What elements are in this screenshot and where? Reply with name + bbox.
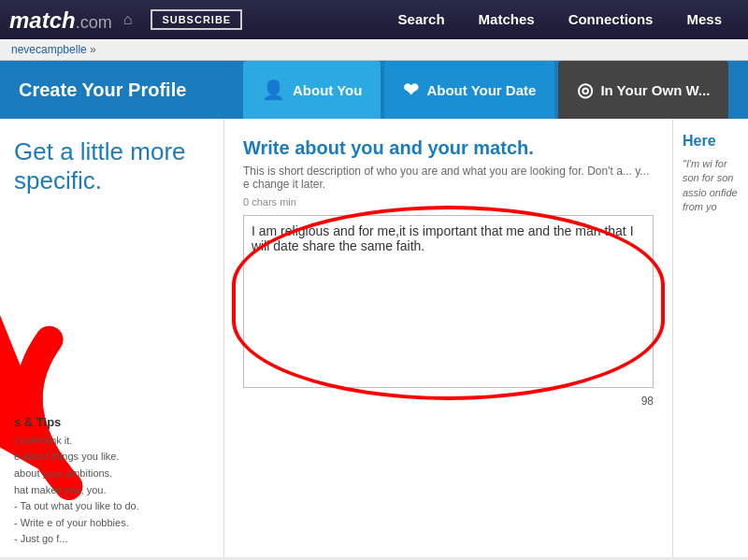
tab-about-date-label: About Your Date [426,82,536,98]
nav-connections[interactable]: Connections [552,0,670,39]
breadcrumb-user[interactable]: nevecampbelle [11,43,87,56]
tab-in-your-own[interactable]: ◎ In Your Own W... [558,61,728,119]
tagline: Get a little more specific. [14,137,209,195]
nav-search[interactable]: Search [381,0,462,39]
tips-title: s & Tips [14,415,209,429]
breadcrumb: nevecampbelle » [0,39,748,61]
person-icon: 👤 [262,79,285,101]
write-title: Write about you and your match. [243,137,654,159]
logo-area: match.com ⌂ SUBSCRIBE [9,6,242,35]
circle-icon: ◎ [577,79,593,101]
right-content: Write about you and your match. This is … [224,119,748,557]
nav-messages[interactable]: Mess [669,0,739,39]
home-icon[interactable]: ⌂ [123,11,133,28]
tab-in-your-own-label: In Your Own W... [600,82,710,98]
tip-item: e about things you like. [14,449,209,466]
profile-header: Create Your Profile 👤 About You ❤ About … [0,61,748,119]
heart-icon: ❤ [403,79,419,101]
breadcrumb-separator: » [87,43,96,56]
nav-matches[interactable]: Matches [462,0,552,39]
tab-about-you[interactable]: 👤 About You [243,61,381,119]
subscribe-button[interactable]: SUBSCRIBE [151,9,242,30]
top-nav-bar: match.com ⌂ SUBSCRIBE Search Matches Con… [0,0,748,39]
tab-about-date[interactable]: ❤ About Your Date [384,61,554,119]
tip-item: t overthink it. [14,433,209,450]
here-label: Here [683,133,739,150]
tip-item: - Ta out what you like to do. [14,498,209,515]
textarea-container [243,215,654,391]
tip-item: - Write e of your hobbies. [14,515,209,532]
center-panel: Write about you and your match. This is … [224,119,673,557]
tips-list: t overthink it. e about things you like.… [14,433,209,548]
site-logo[interactable]: match.com [9,6,112,35]
write-description: This is short description of who you are… [243,165,654,191]
tip-item: hat makes you, you. [14,482,209,499]
tip-item: - Just go f... [14,531,209,548]
profile-title: Create Your Profile [19,61,224,119]
chars-min-label: 0 chars min [243,196,654,208]
far-right-panel: Here "I'm wi for son for son assio onfid… [673,119,748,557]
main-content: Get a little more specific. s & Tips t o… [0,119,748,557]
nav-links: Search Matches Connections Mess [381,0,739,39]
sample-quote: "I'm wi for son for son assio onfide fro… [683,157,739,215]
tip-item: about your ambitions. [14,466,209,482]
left-panel: Get a little more specific. s & Tips t o… [0,119,224,557]
tips-section: s & Tips t overthink it. e about things … [14,415,209,548]
tab-about-you-label: About You [293,82,362,98]
profile-bio-textarea[interactable] [243,215,654,388]
char-count: 98 [243,395,654,408]
profile-tabs: 👤 About You ❤ About Your Date ◎ In Your … [243,61,728,119]
